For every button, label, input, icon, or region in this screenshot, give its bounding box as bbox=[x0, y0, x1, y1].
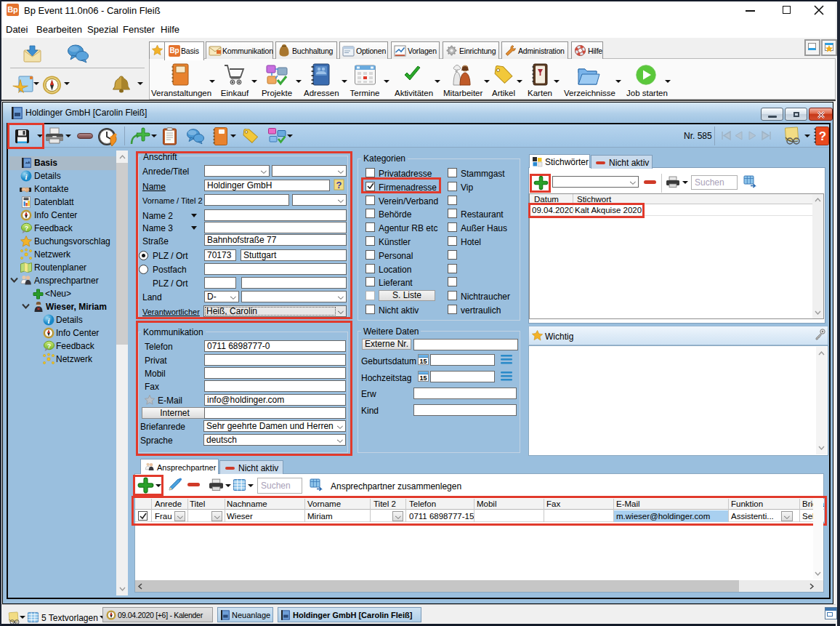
svg-text:?: ? bbox=[25, 225, 29, 232]
svg-text:?: ? bbox=[47, 342, 52, 350]
svg-text:?: ? bbox=[819, 129, 826, 143]
